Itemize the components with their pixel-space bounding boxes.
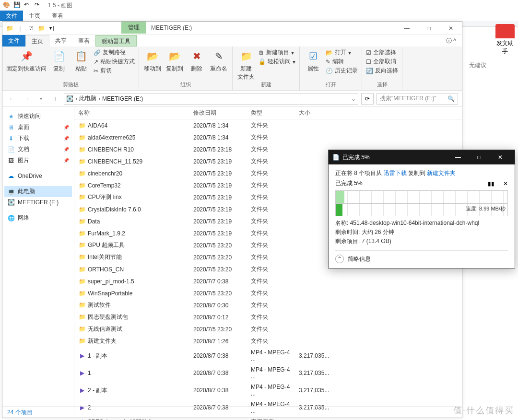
sidebar-desktop[interactable]: 🖥桌面📌 — [4, 122, 72, 133]
easy-access-icon: 🔓 — [259, 58, 266, 65]
col-name[interactable]: 名称 — [74, 107, 189, 119]
copy-path-button[interactable]: 🔗复制路径 — [94, 48, 135, 57]
file-row[interactable]: ▶1 - 副本2020/8/7 0:38MP4 - MPEG-4 ...3,21… — [74, 347, 462, 364]
redo-icon[interactable]: ↷ — [35, 1, 42, 9]
open-button[interactable]: 📂打开 ▾ — [326, 48, 358, 57]
properties-button[interactable]: ☑属性 — [304, 48, 323, 75]
recent-dropdown[interactable]: ▾ — [35, 93, 47, 105]
ribbon-tab-file[interactable]: 文件 — [2, 35, 25, 47]
select-all-button[interactable]: ☑全部选择 — [366, 48, 398, 57]
more-details-toggle[interactable]: ⌃ 简略信息 — [335, 250, 508, 263]
dialog-titlebar[interactable]: 📄 已完成 5% — □ ✕ — [329, 150, 515, 164]
manage-contextual-tab[interactable]: 管理 — [121, 22, 146, 34]
dialog-title: 已完成 5% — [342, 153, 447, 162]
ribbon-tab-share[interactable]: 共享 — [49, 35, 72, 47]
file-row[interactable]: 📁aida64extreme6252020/7/8 1:34文件夹 — [74, 131, 462, 143]
pin-quick-access-button[interactable]: 📌固定到快速访问 — [6, 48, 47, 75]
dlg-close-button[interactable]: ✕ — [490, 154, 511, 161]
col-type[interactable]: 类型 — [247, 107, 295, 119]
easy-access-button[interactable]: 🔓轻松访问 ▾ — [259, 58, 295, 66]
moveto-button[interactable]: 📂移动到 — [143, 48, 162, 73]
sidebar-onedrive[interactable]: ☁OneDrive — [4, 171, 72, 181]
drive-icon: 💽 — [7, 198, 15, 206]
dialog-icon: 📄 — [332, 154, 340, 161]
file-row[interactable]: 📁WinSnapPortable2020/7/5 23:20文件夹 — [74, 287, 462, 299]
file-row[interactable]: 📁新建文件夹2020/8/7 1:26文件夹 — [74, 335, 462, 347]
undo-icon[interactable]: ↶ — [24, 1, 32, 9]
forward-button[interactable]: → — [21, 93, 32, 105]
progress-graph: 速度: 8.99 MB/秒 — [335, 190, 508, 216]
sidebar-downloads[interactable]: ⬇下载📌 — [4, 133, 72, 144]
file-row[interactable]: 📁测试软件2020/8/7 0:30文件夹 — [74, 299, 462, 311]
sidebar-drive[interactable]: 💽MEETIGER (E:) — [4, 197, 72, 208]
dlg-maximize-button[interactable]: □ — [469, 154, 490, 161]
helper-widget[interactable]: 发文助手 — [494, 24, 516, 56]
outer-tab-view[interactable]: 查看 — [46, 11, 69, 21]
outer-tab-home[interactable]: 主页 — [23, 11, 46, 21]
minimize-button[interactable]: — — [396, 22, 418, 35]
folder-icon: 📁 — [78, 266, 86, 273]
file-row[interactable]: ▶2 - 副本2020/8/7 0:38MP4 - MPEG-4 ...3,21… — [74, 382, 462, 399]
edit-button[interactable]: ✎编辑 — [326, 58, 358, 66]
select-none-button[interactable]: ☐全部取消 — [366, 58, 398, 66]
ribbon-tab-view[interactable]: 查看 — [72, 35, 95, 47]
source-link[interactable]: 迅雷下载 — [384, 170, 407, 176]
copyto-button[interactable]: 📂复制到 — [165, 48, 184, 73]
ribbon-help-icon[interactable]: ⓘ ^ — [440, 35, 462, 47]
col-size[interactable]: 大小 — [295, 107, 343, 119]
outer-tab-file[interactable]: 文件 — [0, 11, 23, 21]
qa-folder-icon[interactable]: 📁 — [37, 24, 46, 33]
crumb-sep: › — [75, 95, 77, 102]
checkbox-icon[interactable]: ☑ — [26, 24, 35, 33]
cut-button[interactable]: ✂剪切 — [94, 67, 135, 75]
file-row[interactable]: ▶12020/8/7 0:38MP4 - MPEG-4 ...3,217,035… — [74, 364, 462, 382]
delete-icon: ✖ — [189, 48, 204, 64]
ribbon-tab-home[interactable]: 主页 — [25, 35, 49, 47]
copy-icon: 📄 — [51, 48, 67, 64]
back-button[interactable]: ← — [6, 93, 18, 105]
file-row[interactable]: 📁AIDA642020/7/8 1:34文件夹 — [74, 119, 462, 131]
paste-button[interactable]: 📋粘贴 — [71, 48, 91, 75]
paste-shortcut-button[interactable]: ↗粘贴快捷方式 — [94, 58, 135, 66]
crumb-sep: › — [98, 95, 100, 102]
address-bar[interactable]: 💽 › 此电脑 › MEETIGER (E:) ⌄ — [64, 93, 358, 105]
file-row[interactable]: 📁固态硬盘测试包2020/8/7 0:12文件夹 — [74, 311, 462, 323]
sidebar-quick-access[interactable]: ★快速访问 — [4, 111, 72, 122]
sidebar-pictures[interactable]: 🖼图片📌 — [4, 155, 72, 166]
organize-label: 组织 — [143, 81, 228, 88]
new-item-button[interactable]: 🗎新建项目 ▾ — [259, 48, 295, 57]
search-input[interactable]: 搜索"MEETIGER (E:)" 🔍 — [377, 93, 458, 105]
sidebar-documents[interactable]: 📄文档📌 — [4, 144, 72, 155]
maximize-button[interactable]: □ — [418, 22, 440, 35]
shortcut-icon: ↗ — [94, 58, 98, 65]
cancel-button[interactable]: ✕ — [503, 180, 508, 187]
sidebar-this-pc[interactable]: 💻此电脑 — [4, 186, 72, 197]
crumb-drive[interactable]: MEETIGER (E:) — [102, 95, 143, 102]
dlg-minimize-button[interactable]: — — [447, 154, 469, 161]
crumb-pc[interactable]: 此电脑 — [79, 94, 96, 103]
ribbon-tab-drive-tools[interactable]: 驱动器工具 — [95, 35, 137, 47]
invert-selection-button[interactable]: 🔄反向选择 — [366, 67, 398, 75]
copy-button[interactable]: 📄复制 — [49, 48, 69, 75]
folder-icon: 📁 — [78, 158, 86, 165]
refresh-button[interactable]: ⟳ — [361, 93, 374, 105]
file-row[interactable]: 📁无线信道测试2020/7/5 23:20文件夹 — [74, 323, 462, 335]
qa-dropdown-icon[interactable]: ▾ | — [47, 24, 56, 33]
delete-button[interactable]: ✖删除 — [187, 48, 206, 73]
rename-button[interactable]: ✎重命名 — [209, 48, 228, 73]
explorer-titlebar[interactable]: 📁 | ☑ 📁 ▾ | 管理 MEETIGER (E:) — □ ✕ — [2, 22, 462, 35]
close-button[interactable]: ✕ — [440, 22, 462, 35]
pause-button[interactable]: ▮▮ — [488, 180, 494, 187]
moveto-icon: 📂 — [145, 48, 160, 64]
new-folder-button[interactable]: 📁新建 文件夹 — [236, 48, 256, 81]
clipboard-label: 剪贴板 — [6, 81, 135, 88]
addr-dropdown-icon[interactable]: ⌄ — [351, 95, 356, 102]
ribbon-group-open: ☑属性 📂打开 ▾ ✎编辑 🕘历史记录 打开 — [300, 47, 362, 90]
col-date[interactable]: 修改日期 — [189, 107, 247, 119]
file-row[interactable]: 📁super_pi_mod-1.52020/7/7 0:38文件夹 — [74, 275, 462, 287]
sidebar-network[interactable]: 🌐网络 — [4, 212, 72, 223]
history-button[interactable]: 🕘历史记录 — [326, 67, 358, 75]
up-button[interactable]: ↑ — [49, 93, 61, 105]
dest-link[interactable]: 新建文件夹 — [427, 170, 456, 176]
save-icon[interactable]: 💾 — [13, 1, 21, 9]
